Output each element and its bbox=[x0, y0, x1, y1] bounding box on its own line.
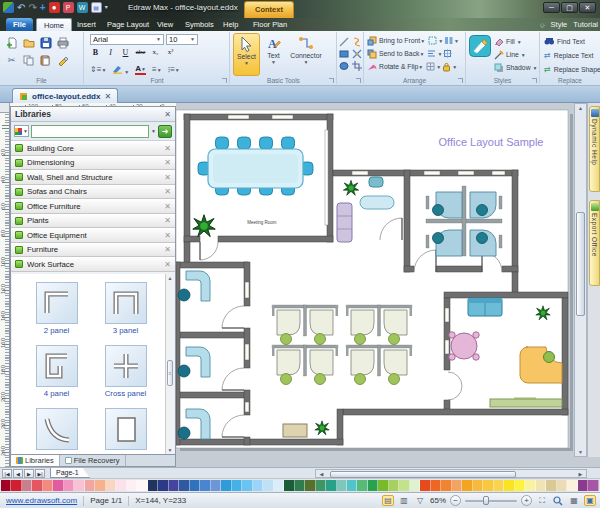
last-page-button[interactable]: ▶| bbox=[35, 469, 45, 478]
zoom-out-button[interactable]: − bbox=[450, 495, 461, 506]
close-library-icon[interactable]: ✕ bbox=[164, 231, 171, 240]
document-tab[interactable]: office-layout.eddx ✕ bbox=[12, 88, 118, 103]
bold-button[interactable]: B bbox=[90, 47, 101, 58]
tutorial-menu[interactable]: Tutorial bbox=[573, 20, 598, 29]
normal-view-icon[interactable]: ▤ bbox=[382, 495, 394, 506]
close-library-icon[interactable]: ✕ bbox=[164, 202, 171, 211]
close-library-icon[interactable]: ✕ bbox=[164, 144, 171, 153]
export-doc-icon[interactable]: ▤ bbox=[91, 2, 102, 13]
palette-swatch[interactable] bbox=[232, 480, 242, 491]
palette-swatch[interactable] bbox=[148, 480, 158, 491]
crop-tool-icon[interactable] bbox=[352, 61, 362, 71]
palette-swatch[interactable] bbox=[525, 480, 535, 491]
open-file-icon[interactable] bbox=[21, 36, 36, 50]
palette-swatch[interactable] bbox=[22, 480, 32, 491]
freeform-tool-icon[interactable] bbox=[352, 49, 362, 59]
palette-swatch[interactable] bbox=[274, 480, 284, 491]
palette-swatch[interactable] bbox=[85, 480, 95, 491]
drawing-canvas[interactable]: Office Layout Sample bbox=[176, 103, 574, 457]
palette-swatch[interactable] bbox=[578, 480, 588, 491]
palette-swatch[interactable] bbox=[253, 480, 263, 491]
palette-swatch[interactable] bbox=[483, 480, 493, 491]
qat-customize-icon[interactable]: ▾ bbox=[105, 2, 108, 13]
filter-view-icon[interactable]: ▽ bbox=[414, 495, 426, 506]
palette-swatch[interactable] bbox=[410, 480, 420, 491]
export-ppt-icon[interactable]: P bbox=[63, 2, 74, 13]
palette-swatch[interactable] bbox=[284, 480, 294, 491]
workstation-room[interactable] bbox=[426, 186, 502, 256]
shape-4-panel[interactable]: 4 panel bbox=[22, 345, 91, 398]
save-icon[interactable] bbox=[38, 36, 53, 50]
library-search-input[interactable] bbox=[31, 125, 149, 138]
palette-swatch[interactable] bbox=[473, 480, 483, 491]
tab-view[interactable]: View bbox=[150, 18, 180, 31]
palette-swatch[interactable] bbox=[347, 480, 357, 491]
edrawsoft-link[interactable]: www.edrawsoft.com bbox=[6, 496, 77, 505]
tab-symbols[interactable]: Symbols bbox=[178, 18, 221, 31]
palette-swatch[interactable] bbox=[536, 480, 546, 491]
palette-swatch[interactable] bbox=[305, 480, 315, 491]
palette-swatch[interactable] bbox=[452, 480, 462, 491]
fill-button[interactable]: Fill▼ bbox=[494, 35, 538, 48]
basic-tools-dialog-launcher-icon[interactable] bbox=[329, 78, 334, 83]
paste-icon[interactable] bbox=[38, 53, 53, 67]
palette-swatch[interactable] bbox=[431, 480, 441, 491]
library-item[interactable]: Office Equipment ✕ bbox=[11, 228, 175, 243]
grid-icon[interactable] bbox=[426, 62, 435, 71]
export-word-icon[interactable]: W bbox=[77, 2, 88, 13]
close-document-icon[interactable]: ✕ bbox=[104, 92, 111, 101]
highlight-icon[interactable]: ▼ bbox=[112, 60, 129, 78]
line-tool-icon[interactable] bbox=[339, 37, 349, 47]
shape-2-panel[interactable]: 2 panel bbox=[22, 282, 91, 335]
print-icon[interactable] bbox=[55, 36, 70, 50]
minimize-button[interactable]: ─ bbox=[543, 2, 560, 13]
shape-3-panel[interactable]: 3 panel bbox=[91, 282, 160, 335]
library-item[interactable]: Furniture ✕ bbox=[11, 243, 175, 258]
palette-swatch[interactable] bbox=[326, 480, 336, 491]
close-panel-icon[interactable]: ✕ bbox=[164, 110, 171, 119]
palette-swatch[interactable] bbox=[211, 480, 221, 491]
prev-page-button[interactable]: ◀ bbox=[13, 469, 23, 478]
move-tool-icon[interactable]: + bbox=[40, 2, 46, 13]
vertical-scrollbar[interactable]: ▲ ▼ bbox=[574, 103, 587, 457]
new-file-icon[interactable] bbox=[4, 36, 19, 50]
arc-tool-icon[interactable] bbox=[352, 37, 362, 47]
palette-swatch[interactable] bbox=[74, 480, 84, 491]
palette-swatch[interactable] bbox=[158, 480, 168, 491]
close-button[interactable]: ✕ bbox=[579, 2, 596, 13]
close-library-icon[interactable]: ✕ bbox=[164, 158, 171, 167]
palette-swatch[interactable] bbox=[546, 480, 556, 491]
format-painter-icon[interactable] bbox=[55, 53, 70, 67]
palette-swatch[interactable] bbox=[588, 480, 598, 491]
replace-shape-button[interactable]: ⇄Replace Shape▼ bbox=[540, 62, 600, 76]
library-item[interactable]: Sofas and Chairs ✕ bbox=[11, 185, 175, 200]
palette-swatch[interactable] bbox=[316, 480, 326, 491]
shape-cross-panel[interactable]: Cross panel bbox=[91, 345, 160, 398]
lock-icon[interactable] bbox=[442, 62, 451, 72]
tab-page-layout[interactable]: Page Layout bbox=[100, 18, 156, 31]
palette-swatch[interactable] bbox=[169, 480, 179, 491]
next-page-button[interactable]: ▶ bbox=[24, 469, 34, 478]
search-go-button[interactable]: ➜ bbox=[158, 125, 172, 138]
palette-swatch[interactable] bbox=[420, 480, 430, 491]
palette-swatch[interactable] bbox=[494, 480, 504, 491]
shape-work[interactable]: Work bbox=[91, 408, 160, 454]
bring-to-front-button[interactable]: Bring to Front▼ ▼▼ bbox=[364, 34, 465, 47]
tab-help[interactable]: Help bbox=[216, 18, 245, 31]
zoom-in-button[interactable]: + bbox=[521, 495, 532, 506]
palette-swatch[interactable] bbox=[399, 480, 409, 491]
arrange-dialog-launcher-icon[interactable] bbox=[458, 78, 463, 83]
palette-swatch[interactable] bbox=[200, 480, 210, 491]
libraries-panel-header[interactable]: Libraries ✕ bbox=[11, 107, 175, 122]
find-text-button[interactable]: Find Text bbox=[540, 34, 600, 48]
draw-tools-dialog-launcher-icon[interactable] bbox=[356, 78, 361, 83]
palette-swatch[interactable] bbox=[441, 480, 451, 491]
undo-icon[interactable]: ↶ bbox=[17, 2, 25, 13]
tab-export-office[interactable]: Export Office bbox=[589, 200, 600, 286]
palette-swatch[interactable] bbox=[64, 480, 74, 491]
palette-swatch[interactable] bbox=[221, 480, 231, 491]
send-to-back-button[interactable]: Send to Back▼ ▼ bbox=[364, 47, 465, 60]
tab-libraries[interactable]: Libraries bbox=[11, 455, 60, 466]
palette-swatch[interactable] bbox=[1, 480, 11, 491]
text-tool-button[interactable]: A Text▼ bbox=[260, 33, 287, 76]
